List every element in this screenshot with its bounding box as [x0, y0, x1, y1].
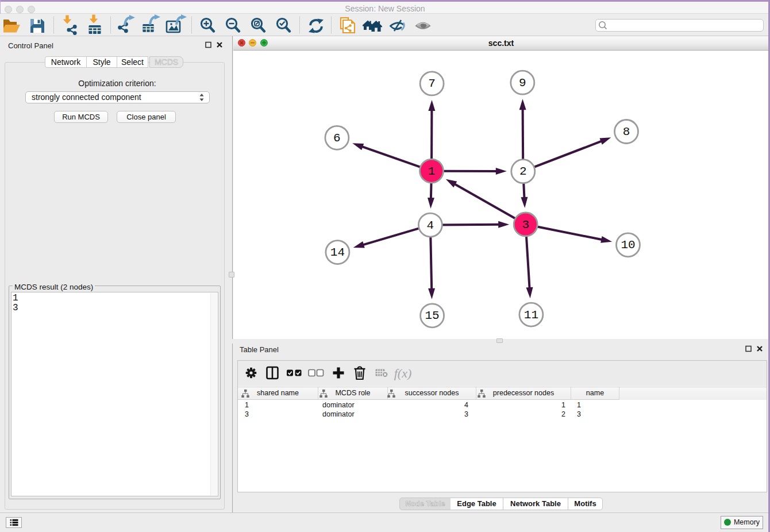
svg-text:6: 6	[333, 132, 341, 145]
svg-text:2: 2	[519, 165, 527, 178]
svg-text:10: 10	[621, 238, 635, 252]
svg-text:9: 9	[519, 76, 526, 90]
svg-text:f(x): f(x)	[394, 366, 412, 380]
svg-text:4: 4	[427, 219, 434, 232]
svg-text:1: 1	[428, 165, 436, 178]
svg-text:11: 11	[524, 309, 538, 322]
svg-text:7: 7	[428, 77, 436, 90]
svg-text:8: 8	[623, 125, 630, 138]
svg-text:14: 14	[330, 246, 345, 259]
svg-text:15: 15	[425, 309, 439, 322]
svg-text:3: 3	[522, 218, 529, 232]
